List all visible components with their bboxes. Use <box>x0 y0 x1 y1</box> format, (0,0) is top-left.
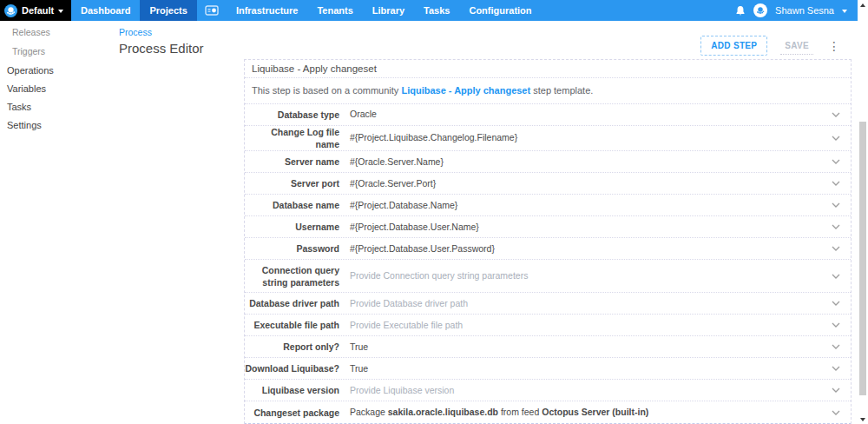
chevron-down-icon[interactable] <box>832 301 840 306</box>
chevron-down-icon[interactable] <box>832 274 840 279</box>
field-value: #{Oracle.Server.Port} <box>350 178 832 190</box>
field-value: #{Project.Liquibase.Changelog.Filename} <box>350 132 832 144</box>
vertical-scrollbar[interactable] <box>858 0 868 424</box>
form-row-server-name[interactable]: Server name #{Oracle.Server.Name} <box>245 151 851 173</box>
field-value: #{Project.Database.User.Name} <box>350 222 832 234</box>
field-value: True <box>350 341 832 354</box>
form-row-database-type[interactable]: Database type Oracle <box>245 104 851 126</box>
field-label: Database name <box>245 199 350 211</box>
field-value: Provide Liquibase version <box>350 385 832 397</box>
field-value: Provide Connection query string paramete… <box>350 270 832 282</box>
form-row-report-only[interactable]: Report only? True <box>245 336 851 358</box>
nav-item-projects[interactable]: Projects <box>140 0 196 21</box>
page-title: Process Editor <box>119 41 204 56</box>
chevron-down-icon[interactable] <box>832 322 840 328</box>
form-row-database-name[interactable]: Database name #{Project.Database.Name} <box>245 195 851 216</box>
chevron-down-icon[interactable] <box>832 136 840 141</box>
field-label: Username <box>245 221 350 233</box>
form-row-password[interactable]: Password #{Project.Database.User.Passwor… <box>245 238 851 260</box>
bell-icon[interactable] <box>735 5 746 17</box>
field-label: Change Log file name <box>245 126 350 150</box>
user-name[interactable]: Shawn Sesna <box>775 5 834 16</box>
note-suffix: step template. <box>530 85 593 96</box>
nav-item-tenants[interactable]: Tenants <box>307 0 362 21</box>
project-sidebar: Releases Triggers Operations Variables T… <box>0 21 113 139</box>
form-row-connection-query-string-parameters[interactable]: Connection query string parameters Provi… <box>245 260 851 293</box>
package-text-prefix: Package <box>350 407 388 417</box>
chevron-down-icon[interactable] <box>832 112 840 117</box>
form-row-change-log-file-name[interactable]: Change Log file name #{Project.Liquibase… <box>245 126 851 151</box>
chevron-down-icon[interactable] <box>832 181 840 186</box>
form-row-download-liquibase[interactable]: Download Liquibase? True <box>245 358 851 380</box>
nav-item-dashboard[interactable]: Dashboard <box>71 0 140 21</box>
form-row-server-port[interactable]: Server port #{Oracle.Server.Port} <box>245 173 851 195</box>
chevron-down-icon[interactable] <box>832 246 840 251</box>
package-search-icon[interactable] <box>197 0 227 21</box>
chevron-down-icon[interactable] <box>832 410 840 415</box>
field-label: Database driver path <box>245 297 350 309</box>
chevron-down-icon[interactable] <box>832 366 840 371</box>
header-actions: ADD STEP SAVE ⋮ <box>700 36 842 56</box>
sidebar-item-releases[interactable]: Releases <box>12 28 113 37</box>
field-value: Provide Database driver path <box>350 298 832 310</box>
nav-item-infrastructure[interactable]: Infrastructure <box>227 0 308 21</box>
note-prefix: This step is based on a community <box>252 85 401 96</box>
breadcrumb-process[interactable]: Process <box>119 27 204 37</box>
field-label: Liquibase version <box>245 384 350 396</box>
step-template-note: This step is based on a community Liquib… <box>245 78 851 104</box>
add-step-button[interactable]: ADD STEP <box>700 36 767 56</box>
field-label: Report only? <box>245 341 350 353</box>
form-row-changeset-package[interactable]: Changeset package Package sakila.oracle.… <box>245 401 851 423</box>
step-editor-panel: Liquibase - Apply changeset This step is… <box>244 59 852 424</box>
nav-item-configuration[interactable]: Configuration <box>459 0 541 21</box>
field-label: Server name <box>245 156 350 168</box>
sidebar-item-operations[interactable]: Operations <box>7 66 113 76</box>
space-switcher[interactable]: Default <box>0 0 71 21</box>
sidebar-item-triggers[interactable]: Triggers <box>12 47 113 56</box>
field-value: #{Project.Database.Name} <box>350 200 832 212</box>
save-button[interactable]: SAVE <box>780 37 813 55</box>
field-label: Download Liquibase? <box>245 362 350 374</box>
overflow-menu-icon[interactable]: ⋮ <box>826 40 842 52</box>
chevron-down-icon[interactable] <box>832 159 840 164</box>
sidebar-item-tasks[interactable]: Tasks <box>7 103 113 112</box>
chevron-down-icon[interactable] <box>842 10 847 13</box>
octopus-logo-icon <box>4 4 17 17</box>
top-navbar: Default Dashboard Projects Infrastructur… <box>0 0 858 21</box>
field-label: Password <box>245 242 350 255</box>
field-value: #{Project.Database.User.Password} <box>350 243 832 255</box>
scrollbar-thumb[interactable] <box>859 122 866 395</box>
form-row-executable-file-path[interactable]: Executable file path Provide Executable … <box>245 315 851 336</box>
field-label: Database type <box>245 109 350 121</box>
field-value: Provide Executable file path <box>350 320 832 332</box>
package-text-mid: from feed <box>498 407 542 417</box>
field-value: #{Oracle.Server.Name} <box>350 156 832 169</box>
field-value: Package sakila.oracle.liquibase.db from … <box>350 407 832 419</box>
chevron-down-icon[interactable] <box>832 344 840 349</box>
sidebar-item-variables[interactable]: Variables <box>7 84 113 94</box>
user-avatar[interactable] <box>753 3 767 17</box>
nav-item-library[interactable]: Library <box>363 0 414 21</box>
field-label: Executable file path <box>245 319 350 331</box>
chevron-down-icon <box>58 10 63 13</box>
field-label: Changeset package <box>245 407 350 419</box>
field-value: True <box>350 363 832 375</box>
form-row-database-driver-path[interactable]: Database driver path Provide Database dr… <box>245 293 851 315</box>
chevron-down-icon[interactable] <box>832 202 840 208</box>
scroll-down-arrow-icon[interactable] <box>860 418 865 421</box>
field-label: Connection query string parameters <box>245 264 350 288</box>
package-name: sakila.oracle.liquibase.db <box>388 407 498 417</box>
chevron-down-icon[interactable] <box>832 388 840 393</box>
scroll-up-arrow-icon[interactable] <box>860 3 865 7</box>
nav-item-tasks[interactable]: Tasks <box>414 0 459 21</box>
form-row-username[interactable]: Username #{Project.Database.User.Name} <box>245 216 851 238</box>
field-value: Oracle <box>350 109 832 121</box>
feed-name: Octopus Server (built-in) <box>542 407 648 417</box>
space-name: Default <box>22 5 54 16</box>
form-row-liquibase-version[interactable]: Liquibase version Provide Liquibase vers… <box>245 380 851 401</box>
field-label: Server port <box>245 177 350 189</box>
chevron-down-icon[interactable] <box>832 224 840 229</box>
sidebar-item-settings[interactable]: Settings <box>7 121 113 130</box>
step-title: Liquibase - Apply changeset <box>245 60 851 78</box>
step-template-link[interactable]: Liquibase - Apply changeset <box>401 85 530 96</box>
